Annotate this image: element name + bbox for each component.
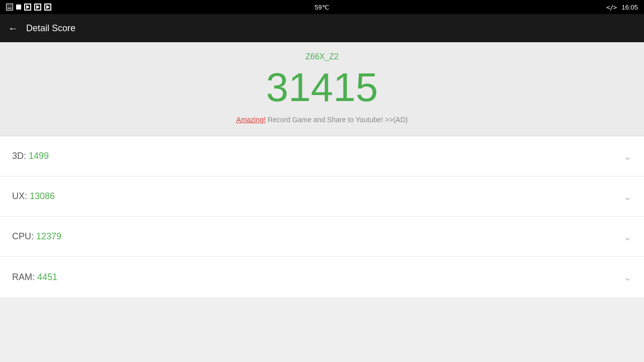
chevron-down-icon: ⌄ <box>623 271 632 283</box>
notification-icon-1 <box>6 4 13 11</box>
back-button[interactable]: ← <box>8 23 18 34</box>
score-row[interactable]: 3D: 1499⌄ <box>0 136 644 176</box>
score-value: 13086 <box>30 191 55 201</box>
status-bar: 59℃ </> 16:05 <box>0 0 644 14</box>
ad-suffix: (AD) <box>393 116 408 124</box>
score-row[interactable]: CPU: 12379⌄ <box>0 217 644 257</box>
chevron-down-icon: ⌄ <box>623 191 632 203</box>
score-row[interactable]: UX: 13086⌄ <box>0 176 644 217</box>
temperature-display: 59℃ <box>314 4 329 11</box>
score-value: 12379 <box>36 231 61 241</box>
main-score: 31415 <box>0 67 644 108</box>
temperature-value: 59℃ <box>314 4 329 11</box>
score-value: 4451 <box>37 272 57 282</box>
chevron-down-icon: ⌄ <box>623 150 632 162</box>
score-value: 1499 <box>29 151 49 161</box>
score-label: 3D: 1499 <box>12 151 49 161</box>
ad-banner[interactable]: Amazing! Record Game and Share to Youtub… <box>0 116 644 124</box>
hero-section: Z66X_Z2 31415 Amazing! Record Game and S… <box>0 42 644 136</box>
ad-link[interactable]: Amazing! <box>236 116 266 124</box>
ad-text: Record Game and Share to Youtube! >> <box>266 116 393 124</box>
status-bar-icons <box>6 4 51 11</box>
score-row[interactable]: RAM: 4451⌄ <box>0 257 644 297</box>
status-bar-right: </> 16:05 <box>606 4 638 11</box>
code-icon: </> <box>606 4 616 11</box>
notification-icon-5 <box>44 4 51 11</box>
notification-icon-3 <box>24 4 31 11</box>
score-label: RAM: 4451 <box>12 272 57 283</box>
app-bar: ← Detail Score <box>0 14 644 42</box>
time-display: 16:05 <box>621 4 638 11</box>
score-list: 3D: 1499⌄UX: 13086⌄CPU: 12379⌄RAM: 4451⌄ <box>0 136 644 297</box>
score-label: CPU: 12379 <box>12 231 61 242</box>
chevron-down-icon: ⌄ <box>623 231 632 243</box>
notification-icon-4 <box>34 4 41 11</box>
page-title: Detail Score <box>26 23 75 34</box>
score-label: UX: 13086 <box>12 191 55 202</box>
device-name: Z66X_Z2 <box>0 52 644 61</box>
notification-icon-2 <box>16 5 21 10</box>
